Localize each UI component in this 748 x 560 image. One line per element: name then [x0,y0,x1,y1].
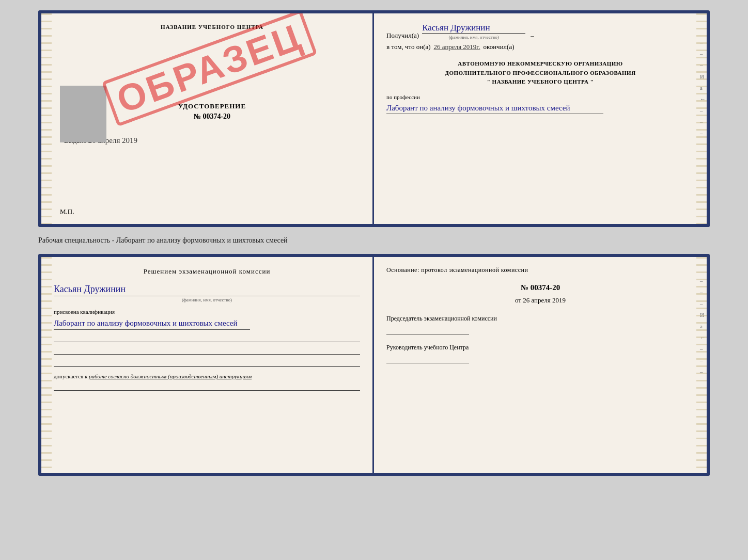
org-line2: ДОПОЛНИТЕЛЬНОГО ПРОФЕССИОНАЛЬНОГО ОБРАЗО… [386,69,694,78]
cert-right-panel: Получил(а) Касьян Дружинин (фамилия, имя… [374,13,707,224]
blank-line-1 [54,334,360,342]
blank-line-4 [54,382,360,391]
udostoverenie-block: УДОСТОВЕРЕНИЕ № 00374-20 [64,102,360,121]
fam-sub-bottom: (фамилия, имя, отчество) [54,297,360,302]
po-professii-section: по профессии Лаборант по анализу формово… [386,94,694,115]
rukovoditel-label: Руководитель учебного Центра [386,343,694,352]
poluchil-row: Получил(а) Касьян Дружинин (фамилия, имя… [386,23,694,40]
poluchil-name: Касьян Дружинин [422,23,525,34]
kvalif-hand: Лаборант по анализу формовочных и шихтов… [54,317,250,330]
blank-line-3 [54,359,360,367]
ot-date-row: от 26 апреля 2019 [386,296,694,305]
udost-number: № 00374-20 [64,113,360,121]
vtom-label: в том, что он(а) [386,43,431,51]
predsedatel-block: Председатель экзаменационной комиссии [386,314,694,323]
dopusk-line: допускается к работе согласно должностны… [54,373,360,379]
po-professii-label: по профессии [386,94,694,100]
bottom-certificate-book: Решением экзаменационной комиссии Касьян… [38,254,710,476]
org-block: АВТОНОМНУЮ НЕКОММЕРЧЕСКУЮ ОРГАНИЗАЦИЮ ДО… [386,59,694,87]
protocol-number: № 00374-20 [386,283,694,292]
dopusk-label: допускается к [54,373,87,379]
okonchil-label: окончил(а) [483,43,514,51]
vydano-line: Выдано 26 апреля 2019 [64,136,360,145]
org-line1: АВТОНОМНУЮ НЕКОММЕРЧЕСКУЮ ОРГАНИЗАЦИЮ [386,59,694,69]
bottom-right-panel: Основание: протокол экзаменационной коми… [374,257,707,473]
osnovanie-title: Основание: протокол экзаменационной коми… [386,266,694,274]
resheniem-title: Решением экзаменационной комиссии [54,267,360,276]
udost-label: УДОСТОВЕРЕНИЕ [64,102,360,110]
fio-sub-top: (фамилия, имя, отчество) [422,35,525,40]
cert-left-panel: НАЗВАНИЕ УЧЕБНОГО ЦЕНТРА ОБРАЗЕЦ УДОСТОВ… [41,13,374,224]
org-line3: " НАЗВАНИЕ УЧЕБНОГО ЦЕНТРА " [386,77,694,87]
poluchil-label: Получил(а) [386,31,419,40]
dopusk-text: работе согласно должностным (производств… [89,373,252,379]
obrazec-stamp-overlay: ОБРАЗЕЦ [57,44,362,92]
school-name-top: НАЗВАНИЕ УЧЕБНОГО ЦЕНТРА [64,24,360,30]
kasyan-name: Касьян Дружинин [54,284,360,296]
ot-date: 26 апреля 2019 [523,296,566,304]
vtom-row: в том, что он(а) 26 апреля 2019г. окончи… [386,43,694,51]
blank-line-2 [54,346,360,355]
predsedatel-sign-line [386,326,469,334]
rukovoditel-sign-line [386,355,469,363]
rukovoditel-block: Руководитель учебного Центра [386,343,694,352]
vtom-date: 26 апреля 2019г. [434,43,480,51]
kasyan-row: Касьян Дружинин (фамилия, имя, отчество) [54,284,360,302]
predsedatel-label: Председатель экзаменационной комиссии [386,314,694,323]
ot-label: от [515,296,521,304]
middle-specialty-text: Рабочая специальность - Лаборант по анал… [38,234,288,247]
po-professii-hand: Лаборант по анализу формовочных и шихтов… [386,102,603,115]
top-certificate-book: НАЗВАНИЕ УЧЕБНОГО ЦЕНТРА ОБРАЗЕЦ УДОСТОВ… [38,10,710,227]
mp-label: М.П. [60,207,74,216]
photo-placeholder [60,86,106,142]
prisvoena-label: присвоена квалификация [54,309,360,315]
bottom-left-panel: Решением экзаменационной комиссии Касьян… [41,257,374,473]
